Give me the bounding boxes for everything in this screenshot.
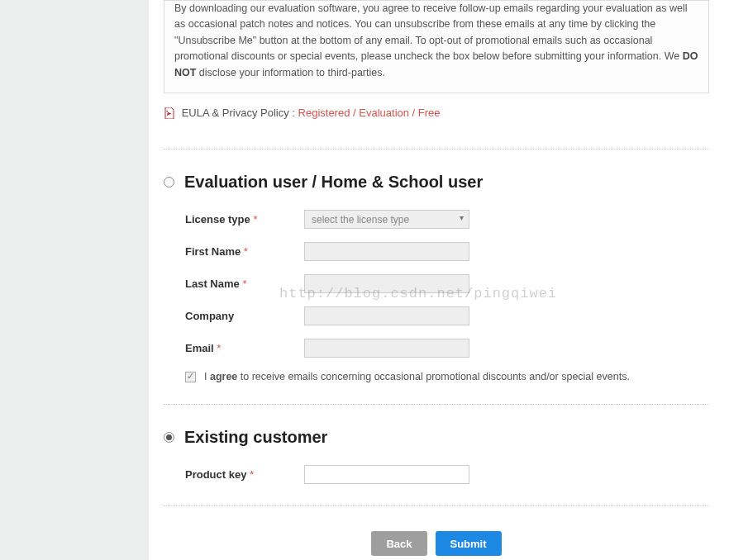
row-last-name: Last Name * xyxy=(164,274,709,293)
section-existing-title: Existing customer xyxy=(184,428,327,447)
label-last-name: Last Name * xyxy=(185,278,304,290)
radio-evaluation-user[interactable] xyxy=(164,177,174,187)
section-eval-title: Evaluation user / Home & School user xyxy=(184,173,483,192)
back-button[interactable]: Back xyxy=(371,531,426,556)
section-eval-head: Evaluation user / Home & School user xyxy=(164,173,709,192)
agreement-text-before: By downloading our evaluation software, … xyxy=(174,2,688,62)
agreement-text-after: disclose your information to third-parti… xyxy=(196,67,385,78)
checkbox-consent[interactable] xyxy=(185,372,196,382)
link-registered[interactable]: Registered xyxy=(298,107,350,119)
label-email-text: Email xyxy=(185,342,214,354)
doc-links-prefix: EULA & Privacy Policy : xyxy=(182,107,295,119)
row-email: Email * xyxy=(164,339,709,358)
required-mark: * xyxy=(250,468,254,481)
label-first-name: First Name * xyxy=(185,245,304,258)
button-row: Back Submit xyxy=(164,531,709,556)
label-product-key: Product key * xyxy=(185,468,304,481)
consent-text: I agree to receive emails concerning occ… xyxy=(204,371,630,382)
label-license-type-text: License type xyxy=(185,213,250,225)
label-company-text: Company xyxy=(185,310,234,322)
label-first-name-text: First Name xyxy=(185,245,241,258)
doc-links-row: EULA & Privacy Policy : Registered / Eva… xyxy=(164,105,709,128)
select-placeholder: select the license type xyxy=(312,214,409,225)
required-mark: * xyxy=(244,245,248,258)
radio-existing-customer[interactable] xyxy=(164,432,174,443)
link-free[interactable]: Free xyxy=(418,107,441,119)
required-mark: * xyxy=(242,278,246,290)
submit-button[interactable]: Submit xyxy=(436,531,502,556)
label-last-name-text: Last Name xyxy=(185,278,240,290)
input-last-name[interactable] xyxy=(304,274,469,293)
left-gutter xyxy=(0,0,149,556)
consent-prefix: I xyxy=(204,371,210,382)
input-product-key[interactable] xyxy=(304,465,469,484)
agreement-text: By downloading our evaluation software, … xyxy=(174,1,698,81)
divider xyxy=(164,404,709,405)
divider xyxy=(164,505,709,506)
link-evaluation[interactable]: Evaluation xyxy=(359,107,409,119)
label-product-key-text: Product key xyxy=(185,468,246,481)
input-email[interactable] xyxy=(304,339,469,358)
consent-bold: agree xyxy=(210,371,237,382)
pdf-icon xyxy=(164,107,175,119)
input-first-name[interactable] xyxy=(304,242,469,261)
divider xyxy=(164,149,709,149)
consent-row: I agree to receive emails concerning occ… xyxy=(164,371,709,382)
label-company: Company xyxy=(185,310,304,322)
select-license-type[interactable]: select the license type xyxy=(304,210,469,229)
label-email: Email * xyxy=(185,342,304,354)
required-mark: * xyxy=(217,342,221,354)
separator: / xyxy=(412,107,418,119)
section-existing-head: Existing customer xyxy=(164,428,709,447)
label-license-type: License type * xyxy=(185,213,304,225)
main-content: By downloading our evaluation software, … xyxy=(164,0,709,556)
row-product-key: Product key * xyxy=(164,465,709,484)
input-company[interactable] xyxy=(304,306,469,325)
row-license-type: License type * select the license type xyxy=(164,210,709,229)
agreement-box: By downloading our evaluation software, … xyxy=(164,0,709,93)
required-mark: * xyxy=(253,213,257,225)
row-company: Company xyxy=(164,306,709,325)
consent-suffix: to receive emails concerning occasional … xyxy=(237,371,630,382)
row-first-name: First Name * xyxy=(164,242,709,261)
